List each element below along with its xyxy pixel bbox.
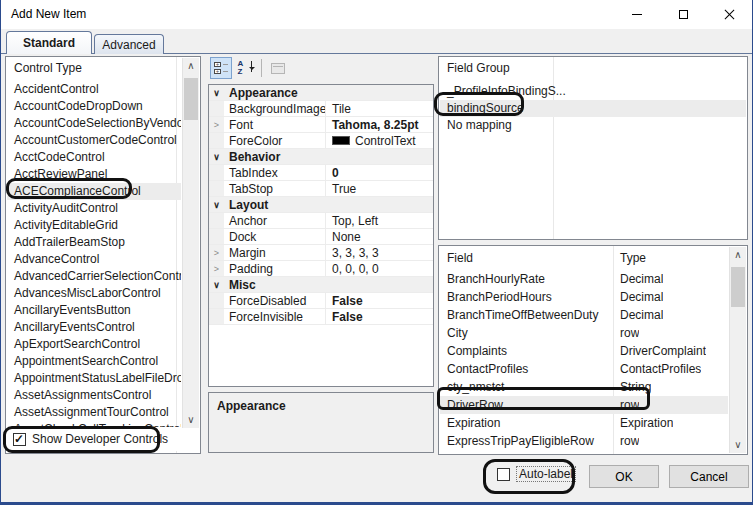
auto-label-checkbox[interactable]: Auto-label — [491, 466, 576, 482]
scroll-up-icon[interactable]: ∧ — [183, 58, 199, 74]
list-item[interactable]: AccountCustomerCodeControl — [7, 132, 181, 149]
property-row[interactable]: TabIndex0 — [209, 165, 433, 181]
table-row[interactable]: ExpressTripPayFinalPaymentStatusString — [440, 450, 728, 453]
property-row[interactable]: BackgroundImageLTile — [209, 101, 433, 117]
list-item[interactable]: AppointmentSearchControl — [7, 353, 181, 370]
chevron-right-icon: > — [209, 245, 224, 260]
list-item[interactable]: AncillaryEventsButton — [7, 302, 181, 319]
table-row[interactable]: ComplaintsDriverComplaint — [440, 342, 728, 360]
table-row[interactable]: ExpirationExpiration — [440, 414, 728, 432]
list-item[interactable]: AccidentControl — [7, 81, 181, 98]
field-group-header: Field Group — [447, 61, 510, 75]
property-grid: ∨AppearanceBackgroundImageLTile>FontTaho… — [208, 84, 434, 387]
minimize-button[interactable] — [614, 0, 660, 29]
list-item[interactable]: AddTrailerBeamStop — [7, 234, 181, 251]
property-row[interactable]: DockNone — [209, 229, 433, 245]
list-item[interactable]: ActivityAuditControl — [7, 200, 181, 217]
table-row[interactable]: cty_nmstctString — [440, 378, 728, 396]
close-button[interactable] — [706, 0, 752, 29]
table-row[interactable]: BranchTimeOffBetweenDutyDecimal — [440, 306, 728, 324]
list-item[interactable]: AssetAssignmentsControl — [7, 387, 181, 404]
scroll-thumb[interactable] — [184, 78, 198, 120]
scroll-down-icon[interactable]: ∨ — [183, 412, 199, 428]
table-row[interactable]: BranchHourlyRateDecimal — [440, 270, 728, 288]
property-pages-icon — [271, 63, 285, 74]
property-row[interactable]: ForceInvisibleFalse — [209, 309, 433, 325]
property-name: TabIndex — [224, 165, 325, 180]
table-row[interactable]: ContactProfilesContactProfiles — [440, 360, 728, 378]
property-row[interactable]: >FontTahoma, 8.25pt — [209, 117, 433, 133]
list-item[interactable]: AncillaryEventsControl — [7, 319, 181, 336]
color-swatch — [332, 136, 350, 145]
close-icon — [724, 10, 734, 20]
list-item[interactable]: AdvanceControl — [7, 251, 181, 268]
type-cell: ContactProfiles — [613, 360, 701, 378]
list-item[interactable]: AppointmentStatusLabelFileDropdo — [7, 370, 181, 387]
maximize-button[interactable] — [660, 0, 706, 29]
property-row[interactable]: >Padding0, 0, 0, 0 — [209, 261, 433, 277]
table-row[interactable]: ExpressTripPayEligibleRowrow — [440, 432, 728, 450]
scroll-up-icon[interactable]: ∧ — [730, 247, 746, 263]
field-cell: BranchPeriodHours — [440, 288, 613, 306]
field-column-header: Field — [447, 251, 473, 265]
control-list-scrollbar[interactable]: ∧ ∨ — [182, 58, 199, 428]
list-item[interactable]: No mapping — [440, 117, 746, 134]
property-category[interactable]: ∨Appearance — [209, 85, 433, 101]
property-name: TabStop — [224, 181, 325, 196]
control-type-list: Control Type AccidentControlAccountCodeD… — [5, 56, 201, 454]
list-item[interactable]: ApExportSearchControl — [7, 336, 181, 353]
type-cell: row — [613, 324, 639, 342]
list-item[interactable]: bindingSource — [440, 100, 746, 117]
property-name: ForeColor — [224, 133, 325, 148]
cancel-button[interactable]: Cancel — [669, 465, 749, 488]
property-row[interactable]: AnchorTop, Left — [209, 213, 433, 229]
list-item[interactable]: AccountCodeDropDown — [7, 98, 181, 115]
category-label: Behavior — [224, 149, 325, 164]
list-item[interactable]: AcctReviewPanel — [7, 166, 181, 183]
list-item[interactable]: AdvancesMiscLaborControl — [7, 285, 181, 302]
list-item[interactable]: _ProfileInfoBindingS... — [440, 83, 746, 100]
scroll-down-icon[interactable]: ∨ — [730, 437, 746, 453]
property-pages-button[interactable] — [267, 57, 289, 79]
tab-standard[interactable]: Standard — [6, 31, 92, 54]
field-group-items: _ProfileInfoBindingS...bindingSourceNo m… — [440, 83, 746, 134]
property-row[interactable]: ForceDisabledFalse — [209, 293, 433, 309]
property-category[interactable]: ∨Misc — [209, 277, 433, 293]
ok-button[interactable]: OK — [589, 465, 659, 488]
show-developer-controls-checkbox[interactable]: Show Developer Controls — [7, 427, 181, 451]
list-item[interactable]: AdvancedCarrierSelectionControl — [7, 268, 181, 285]
alphabetical-sort-button[interactable]: A Z — [234, 57, 256, 79]
scroll-thumb[interactable] — [731, 267, 745, 307]
property-value: Tile — [325, 101, 433, 116]
type-column-header: Type — [620, 251, 646, 265]
list-item[interactable]: AccountCodeSelectionByVendorDr — [7, 115, 181, 132]
property-row[interactable]: TabStopTrue — [209, 181, 433, 197]
property-value: 0 — [325, 165, 433, 180]
gutter-spacer — [209, 181, 224, 196]
field-group-list: Field Group _ProfileInfoBindingS...bindi… — [438, 56, 748, 240]
category-label: Layout — [224, 197, 325, 212]
list-item[interactable]: AssetAssignmentTourControl — [7, 404, 181, 421]
property-category[interactable]: ∨Layout — [209, 197, 433, 213]
table-row[interactable]: Cityrow — [440, 324, 728, 342]
field-list-scrollbar[interactable]: ∧ ∨ — [729, 247, 746, 453]
table-row[interactable]: DriverRowrow — [440, 396, 728, 414]
list-item[interactable]: ACEComplianceControl — [7, 183, 181, 200]
property-row[interactable]: ForeColorControlText — [209, 133, 433, 149]
type-cell: Decimal — [613, 270, 663, 288]
checkbox-icon — [497, 468, 510, 481]
tab-advanced[interactable]: Advanced — [94, 34, 164, 54]
tabstrip: Standard Advanced — [1, 31, 752, 54]
categorized-view-button[interactable] — [210, 57, 232, 79]
field-cell: Expiration — [440, 414, 613, 432]
list-item[interactable]: ActivityEditableGrid — [7, 217, 181, 234]
property-value: True — [325, 181, 433, 196]
property-name: ForceDisabled — [224, 293, 325, 308]
list-item[interactable]: AcctCodeControl — [7, 149, 181, 166]
property-row[interactable]: >Margin3, 3, 3, 3 — [209, 245, 433, 261]
table-row[interactable]: BranchPeriodHoursDecimal — [440, 288, 728, 306]
property-value: Tahoma, 8.25pt — [325, 117, 433, 132]
type-cell: row — [613, 396, 639, 414]
property-category[interactable]: ∨Behavior — [209, 149, 433, 165]
type-cell: row — [613, 432, 639, 450]
